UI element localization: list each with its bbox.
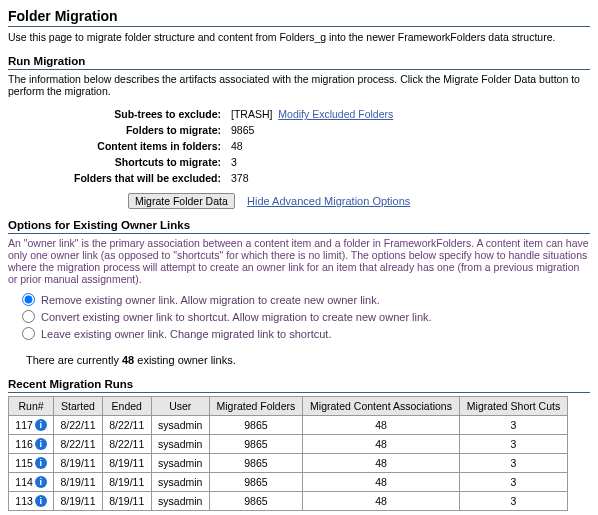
info-icon[interactable]: i <box>35 457 47 469</box>
table-row: 116i8/22/118/22/11sysadmin9865483 <box>9 435 568 454</box>
cell-folders: 9865 <box>209 492 302 511</box>
owner-option-0[interactable]: Remove existing owner link. Allow migrat… <box>22 291 590 308</box>
column-header: Migrated Short Cuts <box>460 397 568 416</box>
owner-option-radio[interactable] <box>22 293 35 306</box>
info-label: Folders that will be excluded: <box>70 171 225 185</box>
cell-started: 8/19/11 <box>54 454 103 473</box>
column-header: Migrated Folders <box>209 397 302 416</box>
page-description: Use this page to migrate folder structur… <box>8 31 590 43</box>
cell-folders: 9865 <box>209 435 302 454</box>
info-label: Shortcuts to migrate: <box>70 155 225 169</box>
owner-link-count: There are currently 48 existing owner li… <box>26 354 590 366</box>
run-number: 117 <box>15 419 33 431</box>
owner-option-label: Convert existing owner link to shortcut.… <box>41 311 432 323</box>
cell-folders: 9865 <box>209 454 302 473</box>
info-value: [TRASH] Modify Excluded Folders <box>227 107 397 121</box>
owner-option-label: Remove existing owner link. Allow migrat… <box>41 294 380 306</box>
column-header: Migrated Content Associations <box>302 397 459 416</box>
run-migration-title: Run Migration <box>8 55 590 70</box>
cell-ended: 8/22/11 <box>102 416 151 435</box>
recent-runs-title: Recent Migration Runs <box>8 378 590 393</box>
cell-started: 8/22/11 <box>54 435 103 454</box>
cell-user: sysadmin <box>151 454 209 473</box>
cell-user: sysadmin <box>151 492 209 511</box>
owner-link-options: Remove existing owner link. Allow migrat… <box>22 291 590 342</box>
run-number: 113 <box>15 495 33 507</box>
cell-started: 8/22/11 <box>54 416 103 435</box>
cell-folders: 9865 <box>209 416 302 435</box>
cell-shortcuts: 3 <box>460 416 568 435</box>
cell-shortcuts: 3 <box>460 473 568 492</box>
owner-option-radio[interactable] <box>22 310 35 323</box>
table-row: 115i8/19/118/19/11sysadmin9865483 <box>9 454 568 473</box>
owner-option-radio[interactable] <box>22 327 35 340</box>
info-label: Sub-trees to exclude: <box>70 107 225 121</box>
info-icon[interactable]: i <box>35 495 47 507</box>
recent-runs-table: Run#StartedEndedUserMigrated FoldersMigr… <box>8 396 568 511</box>
cell-ended: 8/19/11 <box>102 492 151 511</box>
info-label: Folders to migrate: <box>70 123 225 137</box>
cell-assoc: 48 <box>302 454 459 473</box>
owner-links-desc: An "owner link" is the primary associati… <box>8 237 590 285</box>
cell-shortcuts: 3 <box>460 435 568 454</box>
cell-assoc: 48 <box>302 492 459 511</box>
cell-user: sysadmin <box>151 435 209 454</box>
info-value: 378 <box>227 171 397 185</box>
cell-user: sysadmin <box>151 473 209 492</box>
hide-advanced-options-link[interactable]: Hide Advanced Migration Options <box>247 195 410 207</box>
cell-ended: 8/19/11 <box>102 473 151 492</box>
cell-assoc: 48 <box>302 435 459 454</box>
cell-ended: 8/22/11 <box>102 435 151 454</box>
cell-started: 8/19/11 <box>54 473 103 492</box>
column-header: Ended <box>102 397 151 416</box>
cell-folders: 9865 <box>209 473 302 492</box>
owner-option-2[interactable]: Leave existing owner link. Change migrat… <box>22 325 590 342</box>
cell-assoc: 48 <box>302 473 459 492</box>
cell-shortcuts: 3 <box>460 454 568 473</box>
cell-shortcuts: 3 <box>460 492 568 511</box>
migrate-folder-data-button[interactable]: Migrate Folder Data <box>128 193 235 209</box>
info-value: 48 <box>227 139 397 153</box>
info-value: 3 <box>227 155 397 169</box>
cell-user: sysadmin <box>151 416 209 435</box>
column-header: User <box>151 397 209 416</box>
column-header: Started <box>54 397 103 416</box>
run-number: 115 <box>15 457 33 469</box>
cell-ended: 8/19/11 <box>102 454 151 473</box>
cell-assoc: 48 <box>302 416 459 435</box>
page-title: Folder Migration <box>8 8 590 27</box>
modify-excluded-folders-link[interactable]: Modify Excluded Folders <box>278 108 393 120</box>
migration-info-table: Sub-trees to exclude:[TRASH] Modify Excl… <box>68 105 399 187</box>
table-row: 117i8/22/118/22/11sysadmin9865483 <box>9 416 568 435</box>
run-number: 114 <box>15 476 33 488</box>
owner-option-label: Leave existing owner link. Change migrat… <box>41 328 331 340</box>
owner-links-title: Options for Existing Owner Links <box>8 219 590 234</box>
run-migration-desc: The information below describes the arti… <box>8 73 590 97</box>
info-icon[interactable]: i <box>35 419 47 431</box>
table-row: 113i8/19/118/19/11sysadmin9865483 <box>9 492 568 511</box>
column-header: Run# <box>9 397 54 416</box>
cell-started: 8/19/11 <box>54 492 103 511</box>
info-icon[interactable]: i <box>35 438 47 450</box>
info-label: Content items in folders: <box>70 139 225 153</box>
run-number: 116 <box>15 438 33 450</box>
table-row: 114i8/19/118/19/11sysadmin9865483 <box>9 473 568 492</box>
info-value: 9865 <box>227 123 397 137</box>
info-icon[interactable]: i <box>35 476 47 488</box>
owner-option-1[interactable]: Convert existing owner link to shortcut.… <box>22 308 590 325</box>
